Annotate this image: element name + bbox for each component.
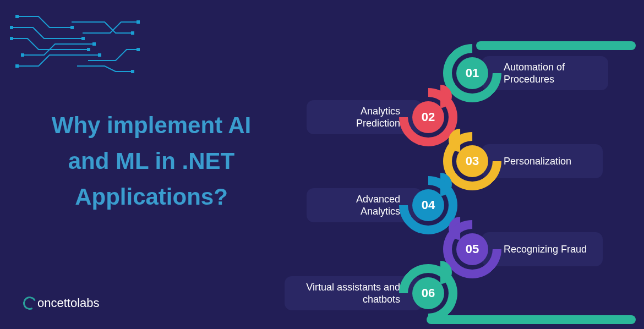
- svg-rect-2: [87, 48, 90, 51]
- item-3-number: 03: [466, 154, 479, 168]
- svg-rect-11: [15, 15, 19, 18]
- svg-rect-5: [131, 31, 134, 35]
- item-4-number: 04: [422, 198, 435, 212]
- svg-rect-10: [10, 37, 13, 40]
- logo-text: oncettolabs: [37, 296, 100, 310]
- svg-rect-13: [15, 64, 19, 68]
- svg-rect-6: [137, 20, 140, 24]
- item-2-label: Analytics Prediction: [322, 105, 400, 130]
- svg-rect-7: [137, 48, 140, 51]
- circuit-decoration-icon: [6, 6, 143, 83]
- item-6-number: 06: [422, 286, 435, 300]
- exit-connector: [427, 315, 636, 324]
- item-3-label: Personalization: [504, 155, 571, 168]
- svg-rect-0: [70, 26, 74, 29]
- item-1-number: 01: [466, 66, 479, 80]
- svg-rect-4: [98, 53, 101, 57]
- svg-rect-3: [92, 42, 96, 46]
- item-5-number: 05: [466, 242, 479, 256]
- item-4-label: Advanced Analytics: [322, 193, 400, 218]
- svg-rect-8: [131, 70, 134, 73]
- item-6-node: 06: [399, 264, 457, 322]
- serpentine-diagram: Automation of Procedures 01 Analytics Pr…: [311, 17, 641, 322]
- svg-rect-9: [10, 26, 13, 29]
- svg-rect-1: [81, 37, 85, 40]
- main-title: Why implement AI and ML in .NET Applicat…: [33, 107, 270, 215]
- logo-c-icon: [21, 295, 38, 311]
- item-5-label: Recognizing Fraud: [504, 243, 587, 256]
- svg-rect-12: [21, 53, 24, 57]
- item-1-label: Automation of Procedures: [504, 61, 593, 86]
- brand-logo: oncettolabs: [23, 296, 100, 310]
- item-2-number: 02: [422, 110, 435, 124]
- item-6-label: Virtual assistants and chatbots: [300, 281, 400, 306]
